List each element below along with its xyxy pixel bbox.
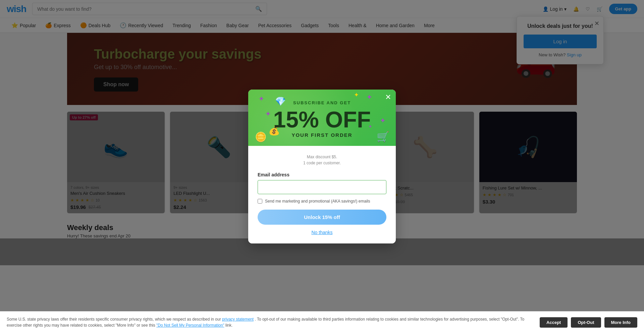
modal-subscribe-text: SUBSCRIBE AND GET bbox=[258, 100, 386, 105]
modal-discount-text: 15% OFF bbox=[258, 108, 386, 131]
modal-backdrop[interactable]: ✕ ✦ ✦ ✦ ✦ 🪙 💰 💎 🛒 ✦ ✦ SUBSCRIBE AND GET … bbox=[0, 0, 644, 265]
unlock-discount-button[interactable]: Unlock 15% off bbox=[258, 210, 386, 225]
marketing-checkbox[interactable] bbox=[258, 199, 262, 204]
marketing-checkbox-row: Send me marketing and promotional (AKA s… bbox=[258, 199, 386, 204]
modal-bottom: Max discount $5. 1 code per customer. Em… bbox=[248, 146, 396, 243]
deco-sparkle-1: ✦ bbox=[354, 91, 359, 99]
modal-disclaimer: Max discount $5. 1 code per customer. bbox=[258, 154, 386, 166]
no-thanks-button[interactable]: No thanks bbox=[258, 230, 386, 235]
email-label: Email address bbox=[258, 172, 386, 177]
modal-top: ✕ ✦ ✦ ✦ ✦ 🪙 💰 💎 🛒 ✦ ✦ SUBSCRIBE AND GET … bbox=[248, 90, 396, 146]
subscribe-modal: ✕ ✦ ✦ ✦ ✦ 🪙 💰 💎 🛒 ✦ ✦ SUBSCRIBE AND GET … bbox=[248, 90, 396, 243]
marketing-checkbox-label[interactable]: Send me marketing and promotional (AKA s… bbox=[265, 199, 370, 204]
modal-first-order-text: YOUR FIRST ORDER bbox=[258, 132, 386, 138]
email-input[interactable] bbox=[258, 180, 386, 194]
modal-close-button[interactable]: ✕ bbox=[385, 94, 391, 101]
